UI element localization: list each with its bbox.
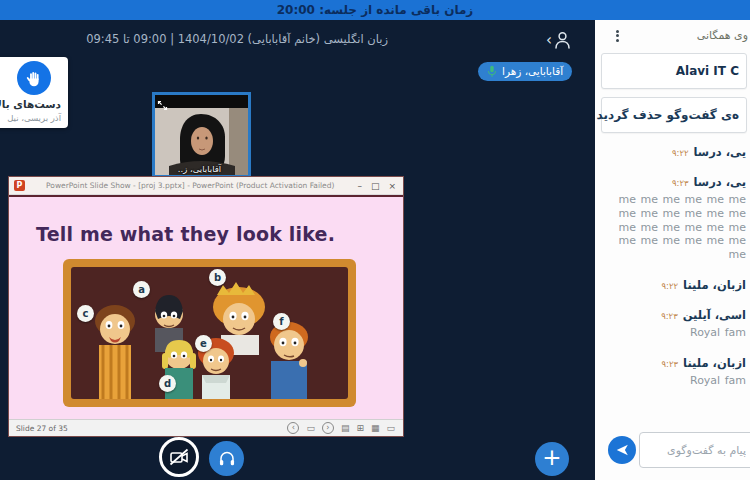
microphone-icon (487, 65, 497, 78)
chat-pinned-card[interactable]: Alavi IT C (601, 53, 747, 89)
chat-message: اسی، آیلین ۹:۲۳ Royal fam (601, 308, 746, 340)
person-icon (554, 31, 571, 50)
chat-notice-card: ه‌ی گفت‌وگو حذف گردید (601, 97, 747, 133)
chat-panel: وی همگانی Alavi IT C ه‌ی گفت‌وگو حذف گرد… (595, 20, 750, 480)
ppt-statusbar: Slide 27 of 35 ‹ ▭ › ▤ ⊞ ▦ ▭ (9, 419, 403, 436)
meeting-app: زمان باقی مانده از جلسه: 20:00 زبان انگل… (0, 0, 750, 480)
audio-button[interactable] (209, 441, 244, 476)
message-text: Royal fam (601, 326, 746, 340)
raised-hands-popup[interactable]: دست‌های بالا آذر بریسی، نیل (0, 57, 68, 128)
ppt-window-title: PowerPoint Slide Show - [proj 3.pptx] - … (30, 181, 350, 190)
hand-popup-title: دست‌های بالا (0, 98, 68, 110)
powerpoint-icon: P (14, 180, 25, 191)
chat-message-list[interactable]: یی، درسا ۹:۲۲ یی، درسا ۹:۲۳ me me me me … (595, 141, 750, 387)
hand-popup-names: آذر بریسی، نیل (0, 113, 68, 123)
session-timer-bar: زمان باقی مانده از جلسه: 20:00 (0, 0, 750, 20)
chat-title: وی همگانی (697, 29, 748, 42)
slide-area[interactable]: Tell me what they look like. (9, 195, 403, 419)
message-time: ۹:۲۳ (672, 178, 689, 188)
grid-view-icon[interactable]: ⊞ (356, 423, 364, 433)
raised-hand-icon (17, 61, 51, 95)
send-icon (615, 443, 629, 457)
powerpoint-window: P PowerPoint Slide Show - [proj 3.pptx] … (8, 176, 404, 437)
message-sender: یی، درسا (694, 175, 746, 189)
chat-message: ازبان، ملینا ۹:۲۳ Royal fam (601, 356, 746, 388)
chat-message: ازبان، ملینا ۹:۲۲ (601, 278, 746, 292)
message-text: me me me me me me me me me me me me me m… (601, 193, 746, 262)
webcam-tile[interactable]: آقابابایی، ز.. (152, 92, 251, 178)
attendees-toggle[interactable]: ‹ (546, 28, 582, 52)
chevron-left-icon: ‹ (546, 29, 552, 51)
notes-view-icon[interactable]: ▤ (341, 423, 350, 433)
minimize-button[interactable]: – (357, 181, 362, 191)
label-a: a (133, 281, 150, 298)
label-c: c (77, 305, 94, 322)
message-time: ۹:۲۳ (662, 359, 679, 369)
session-title: زبان انگلیسی (خانم آقابابایی) 1404/10/02… (98, 32, 388, 46)
camera-off-icon (168, 447, 190, 467)
active-speaker-badge[interactable]: آقابابایی، زهرا (478, 62, 572, 81)
slide-title: Tell me what they look like. (36, 223, 335, 245)
chat-menu-icon[interactable] (612, 28, 622, 44)
label-f: f (273, 313, 290, 330)
label-e: e (195, 335, 212, 352)
label-d: d (159, 375, 176, 392)
message-sender: یی، درسا (694, 145, 746, 159)
send-message-button[interactable] (608, 436, 636, 464)
slide-counter: Slide 27 of 35 (9, 424, 287, 433)
close-button[interactable]: × (388, 181, 396, 191)
message-text: Royal fam (601, 374, 746, 388)
message-sender: اسی، آیلین (683, 308, 746, 322)
message-sender: ازبان، ملینا (683, 356, 746, 370)
display-mode-icon[interactable]: ▭ (386, 423, 395, 433)
speaker-name: آقابابایی، زهرا (502, 62, 563, 81)
label-b: b (209, 269, 226, 286)
timer-text: زمان باقی مانده از جلسه: 20:00 (277, 3, 474, 17)
chat-input-row (595, 430, 750, 470)
headphones-icon (218, 450, 236, 467)
chat-header: وی همگانی (595, 20, 750, 50)
chat-message-input[interactable] (639, 432, 750, 468)
pen-tool-icon[interactable]: ▭ (306, 423, 315, 433)
message-time: ۹:۲۳ (661, 311, 678, 321)
previous-slide-icon[interactable]: ‹ (287, 422, 299, 434)
chat-message: یی، درسا ۹:۲۳ me me me me me me me me me… (601, 175, 746, 262)
webcam-topbar (155, 95, 248, 108)
ppt-titlebar: P PowerPoint Slide Show - [proj 3.pptx] … (9, 177, 403, 195)
fullscreen-icon[interactable] (157, 96, 168, 107)
chat-message: یی، درسا ۹:۲۲ (601, 145, 746, 159)
webcam-name-label: آقابابایی، ز.. (155, 164, 244, 174)
message-sender: ازبان، ملینا (683, 278, 746, 292)
slide-sorter-icon[interactable]: ▦ (371, 423, 380, 433)
maximize-button[interactable]: □ (371, 181, 380, 191)
message-time: ۹:۲۲ (662, 281, 679, 291)
next-slide-icon[interactable]: › (322, 422, 334, 434)
add-content-button[interactable]: + (535, 442, 569, 476)
camera-toggle-button[interactable] (159, 437, 199, 477)
message-time: ۹:۲۲ (672, 148, 689, 158)
